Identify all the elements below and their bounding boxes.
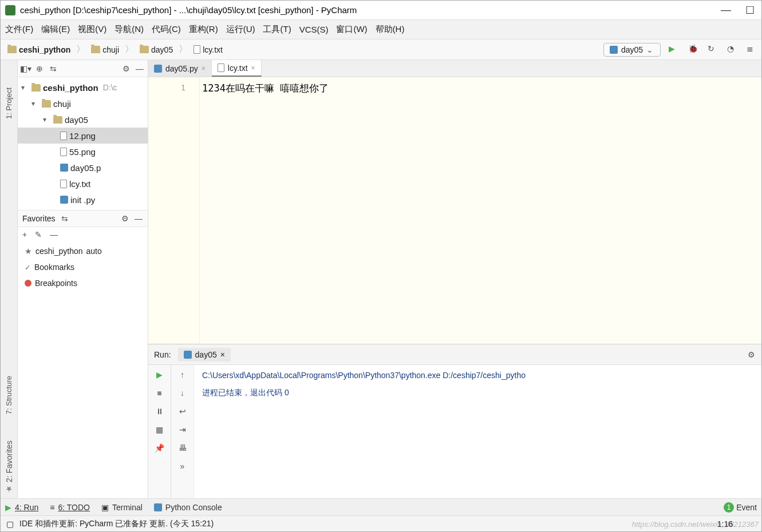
close-icon[interactable]: × bbox=[202, 65, 206, 73]
favorite-project[interactable]: ★ceshi_pythonauto bbox=[18, 243, 148, 259]
editor[interactable]: 1 1234在吗在干嘛 嘻嘻想你了 bbox=[148, 77, 761, 344]
up-icon[interactable]: ↑ bbox=[176, 368, 189, 381]
menu-navigate[interactable]: 导航(N) bbox=[115, 24, 144, 35]
status-icon[interactable]: ▢ bbox=[6, 519, 14, 529]
editor-content[interactable]: 1234在吗在干嘛 嘻嘻想你了 bbox=[200, 77, 761, 344]
folder-icon bbox=[53, 116, 62, 124]
btab-python-console[interactable]: Python Console bbox=[154, 503, 222, 512]
titlebar: ceshi_python [D:\ceship7\ceshi_python] -… bbox=[1, 1, 761, 20]
btab-run[interactable]: ▶4: Run bbox=[5, 503, 38, 512]
soft-wrap-icon[interactable]: ↩ bbox=[176, 405, 189, 418]
hide-icon[interactable]: — bbox=[134, 214, 143, 223]
print-icon[interactable]: 🖶 bbox=[176, 442, 189, 454]
breadcrumb-chuji[interactable]: chuji bbox=[88, 44, 123, 55]
tree-chuji[interactable]: ▾chuji bbox=[18, 96, 148, 112]
collapse-all-icon[interactable]: ⇆ bbox=[49, 64, 58, 73]
bookmark-icon: ✓ bbox=[25, 263, 31, 272]
console-output[interactable]: C:\Users\xd\AppData\Local\Programs\Pytho… bbox=[194, 365, 761, 498]
close-icon[interactable]: × bbox=[251, 64, 255, 72]
pin-button[interactable]: 📌 bbox=[153, 442, 166, 454]
remove-favorite-icon[interactable]: — bbox=[50, 230, 58, 239]
tab-day05py[interactable]: day05.py× bbox=[148, 60, 212, 77]
stop-button[interactable]: ≣ bbox=[747, 44, 758, 55]
breadcrumb-root[interactable]: ceshi_python bbox=[4, 44, 74, 55]
favorite-bookmarks[interactable]: ✓Bookmarks bbox=[18, 259, 148, 275]
debug-button[interactable]: 🐞 bbox=[688, 44, 700, 55]
run-button[interactable]: ▶ bbox=[669, 44, 680, 55]
select-opened-icon[interactable]: ◧▾ bbox=[21, 64, 30, 73]
menu-vcs[interactable]: VCS(S) bbox=[299, 25, 329, 34]
btab-terminal[interactable]: ▣Terminal bbox=[101, 503, 143, 512]
play-icon: ▶ bbox=[5, 503, 11, 512]
menu-file[interactable]: 文件(F) bbox=[5, 24, 33, 35]
btab-event-log[interactable]: Event bbox=[736, 503, 757, 512]
run-coverage-button[interactable]: ↻ bbox=[708, 44, 719, 55]
menu-refactor[interactable]: 重构(R) bbox=[189, 24, 218, 35]
tree-file-lcytxt[interactable]: lcy.txt bbox=[18, 176, 148, 192]
breadcrumb-file[interactable]: lcy.txt bbox=[190, 44, 226, 55]
close-icon[interactable]: × bbox=[220, 350, 225, 359]
chevron-right-icon: 〉 bbox=[76, 43, 85, 55]
expand-icon[interactable]: » bbox=[176, 460, 189, 473]
btab-todo[interactable]: ≡6: TODO bbox=[50, 503, 90, 512]
scroll-from-source-icon[interactable]: ⊕ bbox=[35, 64, 44, 73]
rail-structure[interactable]: 7: Structure bbox=[5, 371, 13, 419]
chevron-right-icon: 〉 bbox=[179, 43, 188, 55]
tab-lcytxt[interactable]: lcy.txt× bbox=[212, 60, 262, 77]
folder-icon bbox=[31, 84, 41, 92]
stop-button[interactable]: ■ bbox=[153, 387, 166, 399]
folder-icon bbox=[42, 100, 51, 108]
rerun-button[interactable]: ▶ bbox=[153, 368, 166, 381]
window-title: ceshi_python [D:\ceship7\ceshi_python] -… bbox=[20, 5, 719, 15]
star-icon: ★ bbox=[25, 247, 32, 256]
menu-edit[interactable]: 编辑(E) bbox=[41, 24, 70, 35]
python-icon bbox=[154, 65, 162, 73]
menu-tools[interactable]: 工具(T) bbox=[263, 24, 291, 35]
run-tab-day05[interactable]: day05× bbox=[178, 348, 231, 362]
hide-icon[interactable]: — bbox=[135, 64, 144, 73]
maximize-button[interactable]: ☐ bbox=[743, 3, 757, 17]
menu-code[interactable]: 代码(C) bbox=[152, 24, 181, 35]
text-file-icon bbox=[218, 63, 224, 72]
run-label: Run: bbox=[154, 350, 171, 359]
tree-file-initpy[interactable]: init .py bbox=[18, 192, 148, 208]
scroll-end-icon[interactable]: ⇥ bbox=[176, 423, 189, 436]
tree-root[interactable]: ▾ceshi_pythonD:\c bbox=[18, 80, 148, 96]
run-config-selector[interactable]: day05 ⌄ bbox=[603, 43, 661, 57]
python-icon bbox=[184, 351, 192, 359]
tree-file-55png[interactable]: 55.png bbox=[18, 144, 148, 160]
gear-icon[interactable]: ⚙ bbox=[121, 64, 131, 73]
favorite-breakpoints[interactable]: Breakpoints bbox=[18, 275, 148, 291]
collapse-icon[interactable]: ⇆ bbox=[60, 214, 69, 223]
edit-favorite-icon[interactable]: ✎ bbox=[35, 230, 42, 239]
rail-favorites[interactable]: ★ 2: Favorites bbox=[5, 436, 14, 498]
breadcrumb-day05[interactable]: day05 bbox=[136, 44, 176, 55]
layout-button[interactable]: ▦ bbox=[153, 423, 166, 436]
python-icon bbox=[60, 196, 68, 204]
gear-icon[interactable]: ⚙ bbox=[747, 350, 756, 359]
tree-file-12png[interactable]: 12.png bbox=[18, 128, 148, 144]
image-icon bbox=[60, 148, 67, 156]
menu-window[interactable]: 窗口(W) bbox=[336, 24, 367, 35]
tree-file-day05py[interactable]: day05.p bbox=[18, 160, 148, 176]
project-tree: ▾ceshi_pythonD:\c ▾chuji ▾day05 12.png 5… bbox=[18, 77, 148, 210]
menu-help[interactable]: 帮助(H) bbox=[376, 24, 405, 35]
gear-icon[interactable]: ⚙ bbox=[120, 214, 129, 223]
down-icon[interactable]: ↓ bbox=[176, 387, 189, 399]
pause-button[interactable]: ⏸ bbox=[153, 405, 166, 418]
tree-day05[interactable]: ▾day05 bbox=[18, 112, 148, 128]
add-favorite-icon[interactable]: + bbox=[22, 230, 27, 239]
profile-button[interactable]: ◔ bbox=[727, 44, 739, 55]
rail-project[interactable]: 1: Project bbox=[5, 83, 13, 124]
terminal-icon: ▣ bbox=[101, 503, 109, 512]
run-config-name: day05 bbox=[621, 45, 643, 54]
menu-view[interactable]: 视图(V) bbox=[78, 24, 106, 35]
text-file-icon bbox=[60, 180, 67, 188]
menu-run[interactable]: 运行(U) bbox=[226, 24, 255, 35]
python-icon bbox=[154, 503, 162, 511]
watermark: https://blog.csdn.net/weixin_48212367 bbox=[632, 520, 759, 529]
minimize-button[interactable]: — bbox=[719, 3, 733, 17]
python-icon bbox=[610, 46, 618, 54]
favorites-header: Favorites ⇆ ⚙ — bbox=[18, 210, 148, 227]
chevron-right-icon: 〉 bbox=[125, 43, 134, 55]
